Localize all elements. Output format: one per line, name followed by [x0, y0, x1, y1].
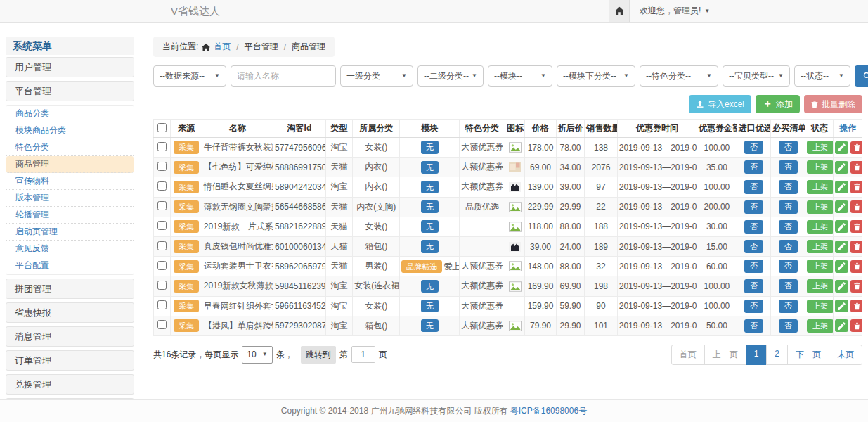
sidebar-subitem[interactable]: 宣传物料	[6, 173, 134, 190]
filter-select[interactable]: --宝贝类型--▼	[723, 65, 790, 87]
import-select-toggle[interactable]: 否	[744, 319, 763, 333]
sidebar-group[interactable]: 省惠快报	[6, 302, 134, 323]
row-checkbox[interactable]	[157, 181, 167, 191]
status-badge[interactable]: 上架	[807, 160, 834, 174]
per-page-select[interactable]: 10 ▼	[242, 346, 272, 364]
sidebar-subitem[interactable]: 平台配置	[6, 257, 134, 274]
sidebar-group[interactable]: 兑换管理	[6, 374, 134, 395]
delete-button[interactable]	[850, 300, 862, 312]
import-select-toggle[interactable]: 否	[744, 180, 763, 193]
add-button[interactable]: ＋ 添加	[756, 95, 800, 113]
edit-button[interactable]	[835, 161, 848, 174]
import-select-toggle[interactable]: 否	[744, 300, 763, 313]
batch-delete-button[interactable]: 批量删除	[804, 95, 862, 113]
pager-button[interactable]: 上一页	[704, 345, 746, 365]
sidebar-subitem[interactable]: 启动页管理	[6, 224, 134, 241]
sidebar-subitem[interactable]: 模块商品分类	[6, 122, 134, 139]
edit-button[interactable]	[835, 241, 848, 253]
name-search-input[interactable]	[231, 65, 336, 87]
import-select-toggle[interactable]: 否	[744, 141, 763, 154]
must-buy-toggle[interactable]: 否	[779, 180, 798, 193]
edit-button[interactable]	[835, 181, 848, 193]
status-badge[interactable]: 上架	[807, 200, 834, 214]
sidebar-subitem[interactable]: 特色分类	[6, 139, 134, 156]
user-menu[interactable]: 欢迎您，管理员! ▼	[640, 5, 710, 17]
pager-button[interactable]: 2	[766, 345, 788, 365]
edit-button[interactable]	[835, 141, 848, 154]
edit-button[interactable]	[835, 260, 848, 273]
page-number-input[interactable]	[351, 346, 375, 363]
status-badge[interactable]: 上架	[807, 240, 834, 253]
delete-button[interactable]	[850, 200, 862, 213]
filter-select[interactable]: --状态--▼	[794, 65, 850, 87]
filter-select[interactable]: --数据来源--▼	[153, 65, 226, 87]
edit-button[interactable]	[835, 280, 848, 293]
status-badge[interactable]: 上架	[807, 279, 834, 293]
filter-select[interactable]: 一级分类▼	[340, 65, 413, 87]
must-buy-toggle[interactable]: 否	[779, 279, 798, 293]
row-checkbox[interactable]	[157, 320, 167, 329]
filter-select[interactable]: --二级分类--▼	[417, 65, 484, 87]
pager-button[interactable]: 末页	[829, 345, 862, 365]
must-buy-toggle[interactable]: 否	[779, 200, 798, 214]
status-badge[interactable]: 上架	[807, 220, 834, 234]
row-checkbox[interactable]	[157, 300, 167, 309]
delete-button[interactable]	[850, 220, 862, 233]
status-badge[interactable]: 上架	[807, 319, 834, 333]
must-buy-toggle[interactable]: 否	[779, 220, 798, 234]
delete-button[interactable]	[850, 280, 862, 293]
row-checkbox[interactable]	[157, 201, 167, 210]
sidebar-subitem[interactable]: 意见反馈	[6, 241, 134, 257]
delete-button[interactable]	[850, 141, 862, 154]
sidebar-group[interactable]: 用户管理	[6, 57, 134, 77]
sidebar-subitem[interactable]: 版本管理	[6, 190, 134, 207]
delete-button[interactable]	[850, 319, 862, 332]
delete-button[interactable]	[850, 181, 862, 193]
search-button[interactable]: 查询	[855, 65, 868, 87]
status-badge[interactable]: 上架	[807, 300, 834, 313]
must-buy-toggle[interactable]: 否	[779, 141, 798, 154]
filter-select[interactable]: --模块下分类--▼	[557, 65, 635, 87]
row-checkbox[interactable]	[157, 142, 167, 151]
edit-button[interactable]	[835, 220, 848, 233]
breadcrumb-home-link[interactable]: 首页	[214, 41, 231, 53]
must-buy-toggle[interactable]: 否	[779, 240, 798, 253]
edit-button[interactable]	[835, 200, 848, 213]
sidebar-subitem[interactable]: 轮播管理	[6, 207, 134, 224]
row-checkbox[interactable]	[157, 281, 167, 290]
import-select-toggle[interactable]: 否	[744, 240, 763, 253]
must-buy-toggle[interactable]: 否	[779, 319, 798, 333]
pager-button[interactable]: 下一页	[787, 345, 829, 365]
home-button[interactable]	[609, 0, 630, 22]
must-buy-toggle[interactable]: 否	[779, 160, 798, 174]
must-buy-toggle[interactable]: 否	[779, 260, 798, 273]
status-badge[interactable]: 上架	[807, 180, 834, 193]
import-excel-button[interactable]: 导入excel	[689, 95, 751, 113]
delete-button[interactable]	[850, 260, 862, 273]
select-all-checkbox[interactable]	[157, 123, 167, 132]
row-checkbox[interactable]	[157, 261, 167, 270]
sidebar-group[interactable]: 订单管理	[6, 350, 134, 371]
sidebar-subitem[interactable]: 商品分类	[6, 106, 134, 122]
jump-button[interactable]: 跳转到	[301, 346, 336, 364]
import-select-toggle[interactable]: 否	[744, 160, 763, 174]
sidebar-subitem[interactable]: 商品管理	[6, 156, 134, 173]
row-checkbox[interactable]	[157, 221, 167, 230]
sidebar-group[interactable]: 平台管理	[6, 81, 134, 101]
import-select-toggle[interactable]: 否	[744, 200, 763, 214]
edit-button[interactable]	[835, 300, 848, 312]
import-select-toggle[interactable]: 否	[744, 260, 763, 273]
filter-select[interactable]: --特色分类--▼	[640, 65, 718, 87]
import-select-toggle[interactable]: 否	[744, 220, 763, 234]
row-checkbox[interactable]	[157, 241, 167, 250]
sidebar-group[interactable]: 拼团管理	[6, 279, 134, 299]
delete-button[interactable]	[850, 241, 862, 253]
edit-button[interactable]	[835, 319, 848, 332]
sidebar-group[interactable]: 消息管理	[6, 326, 134, 347]
row-checkbox[interactable]	[157, 162, 167, 171]
filter-select[interactable]: --模块--▼	[488, 65, 552, 87]
pager-button[interactable]: 首页	[671, 345, 705, 365]
must-buy-toggle[interactable]: 否	[779, 300, 798, 313]
pager-button[interactable]: 1	[746, 345, 767, 365]
status-badge[interactable]: 上架	[807, 260, 834, 273]
